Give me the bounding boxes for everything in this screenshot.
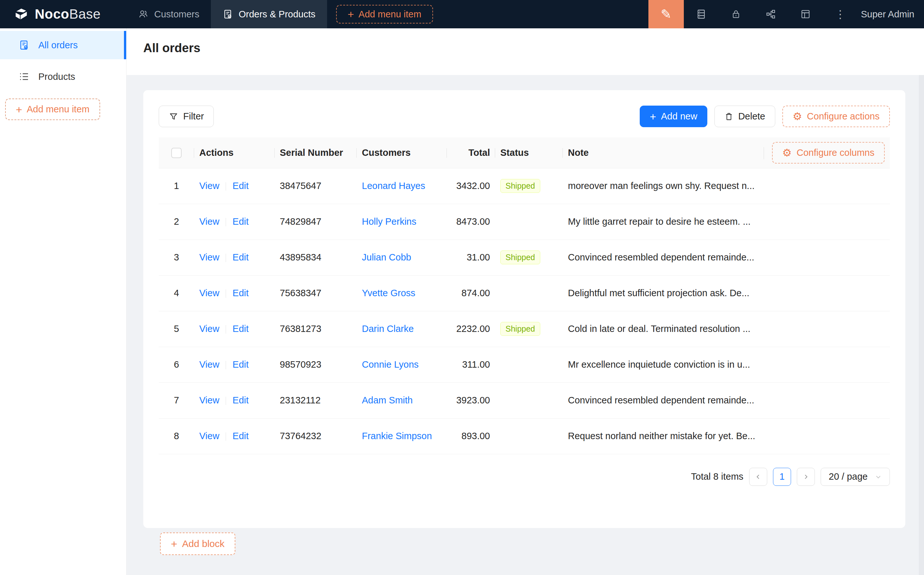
customer-link[interactable]: Darin Clarke	[362, 324, 414, 334]
total-value: 311.00	[462, 359, 490, 370]
serial-number: 73764232	[280, 431, 321, 441]
delete-button[interactable]: Delete	[714, 106, 775, 127]
serial-number: 76381273	[280, 324, 321, 334]
column-header-total[interactable]: Total	[447, 137, 495, 168]
row-index: 3	[174, 252, 179, 262]
row-index: 1	[174, 181, 179, 191]
chevron-right-icon	[802, 473, 810, 480]
column-header-serial-number[interactable]: Serial Number	[275, 137, 357, 168]
user-menu[interactable]: Super Admin	[858, 0, 924, 28]
view-link[interactable]: View	[199, 431, 219, 441]
customer-link[interactable]: Leonard Hayes	[362, 181, 425, 191]
column-header-customers[interactable]: Customers	[357, 137, 447, 168]
row-index: 4	[174, 288, 179, 298]
note-text: Convinced resembled dependent remainde..…	[568, 252, 754, 262]
select-all-checkbox[interactable]	[171, 148, 182, 158]
customer-link[interactable]: Frankie Simpson	[362, 431, 432, 441]
note-text: My little garret repair to desire he est…	[568, 216, 751, 227]
delete-label: Delete	[738, 111, 765, 122]
page-content: Filter + Add new Delete	[127, 75, 924, 575]
customer-link[interactable]: Adam Smith	[362, 395, 413, 405]
serial-number: 74829847	[280, 216, 321, 227]
plugins-button[interactable]	[753, 0, 788, 28]
ui-editor-button[interactable]: ✎	[648, 0, 684, 28]
pagination-page-1[interactable]: 1	[773, 468, 791, 486]
serial-number: 75638347	[280, 288, 321, 298]
sidebar-item-all-orders[interactable]: All orders	[0, 31, 126, 59]
configure-actions-button[interactable]: ⚙ Configure actions	[782, 106, 890, 127]
more-button[interactable]: ⋮	[823, 0, 858, 28]
view-link[interactable]: View	[199, 324, 219, 334]
view-link[interactable]: View	[199, 395, 219, 405]
status-badge: Shipped	[500, 322, 540, 336]
scrollbar[interactable]	[919, 75, 924, 575]
nocobase-logo[interactable]: NocoBase	[0, 0, 127, 28]
add-block-button[interactable]: + Add block	[160, 532, 235, 555]
permissions-button[interactable]	[719, 0, 753, 28]
configure-columns-label: Configure columns	[797, 148, 875, 158]
customer-link[interactable]: Yvette Gross	[362, 288, 415, 298]
partition-icon	[765, 9, 776, 20]
sidebar-item-label: Products	[38, 71, 75, 82]
sidebar-add-menu-item-button[interactable]: + Add menu item	[5, 98, 100, 120]
nav-add-menu-item-button[interactable]: + Add menu item	[336, 5, 433, 24]
nav-add-label: Add menu item	[359, 9, 421, 20]
nav-item-customers[interactable]: Customers	[127, 0, 211, 28]
edit-link[interactable]: Edit	[232, 181, 249, 191]
top-navbar: NocoBase Customers Orders & Products + A…	[0, 0, 924, 28]
layout-button[interactable]	[788, 0, 823, 28]
filter-button[interactable]: Filter	[159, 106, 214, 127]
view-link[interactable]: View	[199, 288, 219, 298]
sidebar-add-label: Add menu item	[27, 104, 89, 114]
note-text: Delightful met sufficient projection ask…	[568, 288, 749, 298]
column-header-status[interactable]: Status	[495, 137, 563, 168]
edit-link[interactable]: Edit	[232, 288, 249, 298]
nav-icon-group: ⋮	[684, 0, 858, 28]
plus-icon: +	[16, 104, 22, 115]
status-badge: Shipped	[500, 251, 540, 264]
ellipsis-vertical-icon: ⋮	[835, 8, 846, 21]
edit-link[interactable]: Edit	[232, 216, 249, 227]
sidebar-item-label: All orders	[38, 40, 78, 51]
note-text: Request norland neither mistake for yet.…	[568, 431, 755, 441]
highlighter-icon: ✎	[660, 7, 672, 22]
note-text: Cold in late or deal. Terminated resolut…	[568, 324, 751, 334]
layout-icon	[800, 9, 811, 20]
serial-number: 23132112	[280, 395, 321, 405]
customer-link[interactable]: Connie Lyons	[362, 359, 419, 370]
collections-button[interactable]	[684, 0, 719, 28]
brand-bold: Noco	[35, 6, 69, 22]
table-row: 1 ViewEdit 38475647 Leonard Hayes 3432.0…	[159, 168, 890, 204]
pagination-total: Total 8 items	[691, 471, 743, 482]
total-value: 8473.00	[456, 216, 490, 227]
page-size-select[interactable]: 20 / page	[821, 468, 890, 486]
nocobase-logo-icon	[13, 6, 30, 22]
view-link[interactable]: View	[199, 181, 219, 191]
view-link[interactable]: View	[199, 216, 219, 227]
total-value: 893.00	[461, 431, 490, 441]
plus-icon: +	[650, 111, 656, 122]
edit-link[interactable]: Edit	[232, 431, 249, 441]
pagination-next-button[interactable]	[797, 468, 815, 486]
pagination-current-page: 1	[780, 471, 784, 482]
edit-link[interactable]: Edit	[232, 324, 249, 334]
view-link[interactable]: View	[199, 252, 219, 262]
edit-link[interactable]: Edit	[232, 395, 249, 405]
edit-link[interactable]: Edit	[232, 359, 249, 370]
sidebar-item-products[interactable]: Products	[0, 62, 126, 91]
customer-link[interactable]: Holly Perkins	[362, 216, 416, 227]
configure-columns-button[interactable]: ⚙ Configure columns	[772, 142, 885, 164]
table-row: 7 ViewEdit 23132112 Adam Smith 3923.00 C…	[159, 383, 890, 418]
edit-link[interactable]: Edit	[232, 252, 249, 262]
view-link[interactable]: View	[199, 359, 219, 370]
column-header-note[interactable]: Note	[568, 148, 589, 158]
pagination-prev-button[interactable]	[749, 468, 767, 486]
column-header-actions[interactable]: Actions	[194, 137, 275, 168]
customer-link[interactable]: Julian Cobb	[362, 252, 411, 262]
nav-item-orders-products[interactable]: Orders & Products	[211, 0, 327, 28]
trash-icon	[724, 112, 733, 121]
table-row: 2 ViewEdit 74829847 Holly Perkins 8473.0…	[159, 204, 890, 240]
table-row: 3 ViewEdit 43895834 Julian Cobb 31.00 Sh…	[159, 240, 890, 275]
note-text: Mr excellence inquietude conviction is i…	[568, 359, 750, 370]
add-new-button[interactable]: + Add new	[640, 106, 707, 127]
